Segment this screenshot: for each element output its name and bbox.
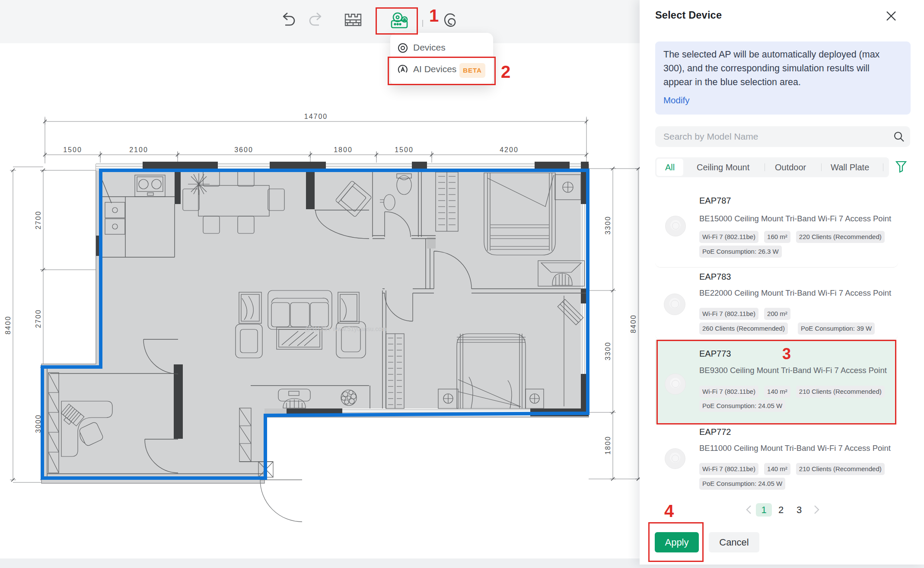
svg-text:3300: 3300 bbox=[604, 216, 612, 235]
svg-text:14700: 14700 bbox=[304, 113, 328, 120]
svg-text:3300: 3300 bbox=[604, 341, 612, 361]
svg-text:1800: 1800 bbox=[604, 436, 612, 455]
svg-text:8400: 8400 bbox=[4, 316, 12, 335]
svg-text:2100: 2100 bbox=[129, 146, 148, 153]
svg-text:2700: 2700 bbox=[35, 211, 42, 230]
svg-text:@51123Y www.51yuansu.com: @51123Y www.51yuansu.com bbox=[305, 325, 387, 332]
svg-text:3600: 3600 bbox=[234, 146, 253, 153]
svg-text:8400: 8400 bbox=[630, 314, 637, 333]
svg-text:1500: 1500 bbox=[63, 146, 82, 153]
svg-text:4200: 4200 bbox=[500, 146, 519, 153]
svg-text:1500: 1500 bbox=[395, 146, 414, 153]
svg-text:1800: 1800 bbox=[334, 146, 353, 153]
svg-text:2700: 2700 bbox=[35, 309, 42, 328]
